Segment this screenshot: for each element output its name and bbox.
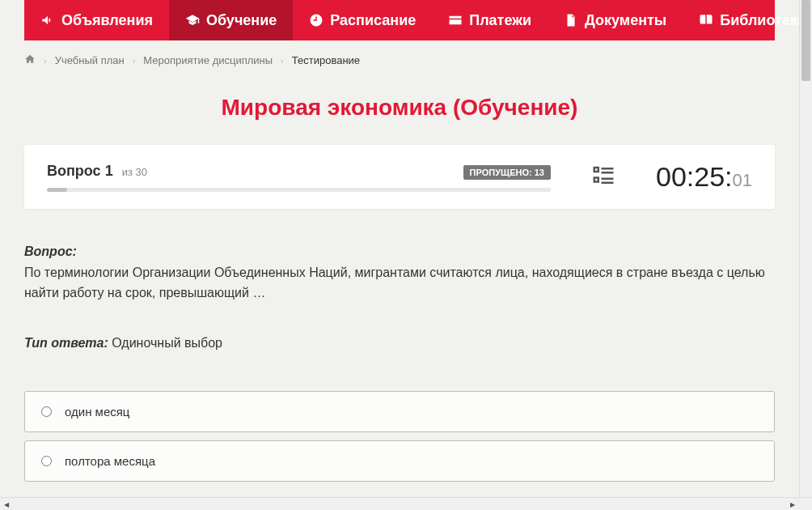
clock-icon xyxy=(309,13,324,28)
nav-label: Объявления xyxy=(61,12,153,29)
answer-type-label: Тип ответа: xyxy=(24,336,108,350)
horizontal-scrollbar[interactable]: ◀ ▶ xyxy=(0,497,812,510)
vertical-scrollbar-handle[interactable] xyxy=(801,0,810,81)
question-number: 1 xyxy=(105,163,113,179)
home-icon[interactable] xyxy=(24,53,36,67)
doc-icon xyxy=(564,13,578,28)
timer: 00:25:01 xyxy=(656,161,752,193)
nav-label: Библиотека xyxy=(720,12,806,29)
question-word: Вопрос xyxy=(47,163,101,179)
svg-rect-0 xyxy=(594,168,598,172)
nav-item-announcements[interactable]: Объявления xyxy=(24,0,169,40)
nav-item-schedule[interactable]: Расписание xyxy=(293,0,432,40)
vertical-scrollbar[interactable] xyxy=(799,0,812,497)
skipped-badge: ПРОПУЩЕНО: 13 xyxy=(463,165,551,180)
svg-rect-1 xyxy=(594,177,598,181)
graduation-icon xyxy=(185,13,200,28)
question-list-icon[interactable] xyxy=(591,164,615,191)
option-text: один месяц xyxy=(65,405,129,419)
options-list: один месяц полтора месяца xyxy=(24,391,775,482)
nav-item-library[interactable]: Библиотека xyxy=(683,0,812,40)
answer-type-value: Одиночный выбор xyxy=(108,336,222,350)
breadcrumb-link-event[interactable]: Мероприятие дисциплины xyxy=(143,54,273,66)
nav-label: Платежи xyxy=(469,12,531,29)
nav-label: Документы xyxy=(585,12,666,29)
question-text: По терминологии Организации Объединенных… xyxy=(24,262,775,304)
option-radio[interactable] xyxy=(41,406,52,417)
progress-bar-fill xyxy=(47,188,67,192)
option-item[interactable]: один месяц xyxy=(24,391,775,432)
scroll-right-arrow-icon[interactable]: ▶ xyxy=(786,498,799,510)
question-block: Вопрос: По терминологии Организации Объе… xyxy=(24,241,775,304)
page-title: Мировая экономика (Обучение) xyxy=(24,95,775,121)
progress-bar xyxy=(47,188,551,192)
timer-seconds: 01 xyxy=(733,170,752,191)
nav-item-documents[interactable]: Документы xyxy=(548,0,683,40)
nav-item-payments[interactable]: Платежи xyxy=(432,0,548,40)
timer-main: 00:25: xyxy=(656,161,733,193)
question-counter: Вопрос 1 из 30 xyxy=(47,163,147,180)
breadcrumb-current: Тестирование xyxy=(292,54,360,66)
option-item[interactable]: полтора месяца xyxy=(24,440,775,482)
card-icon xyxy=(448,13,463,28)
main-nav: Объявления Обучение Расписание Платежи Д… xyxy=(24,0,775,40)
progress-card: Вопрос 1 из 30 ПРОПУЩЕНО: 13 00:25:01 xyxy=(24,145,775,209)
breadcrumb-separator-icon: › xyxy=(281,56,284,66)
nav-label: Расписание xyxy=(330,12,416,29)
option-radio[interactable] xyxy=(41,456,52,466)
book-icon xyxy=(699,13,713,28)
answer-type: Тип ответа: Одиночный выбор xyxy=(24,336,775,351)
breadcrumb-separator-icon: › xyxy=(44,56,47,66)
option-text: полтора месяца xyxy=(65,454,155,468)
nav-label: Обучение xyxy=(206,12,277,29)
question-label: Вопрос: xyxy=(24,244,77,258)
question-total: из 30 xyxy=(122,166,147,178)
breadcrumb-separator-icon: › xyxy=(133,56,136,66)
nav-item-learning[interactable]: Обучение xyxy=(169,0,293,40)
breadcrumb: › Учебный план › Мероприятие дисциплины … xyxy=(24,40,775,80)
breadcrumb-link-plan[interactable]: Учебный план xyxy=(55,54,125,66)
megaphone-icon xyxy=(40,13,55,28)
scroll-left-arrow-icon[interactable]: ◀ xyxy=(0,498,13,510)
